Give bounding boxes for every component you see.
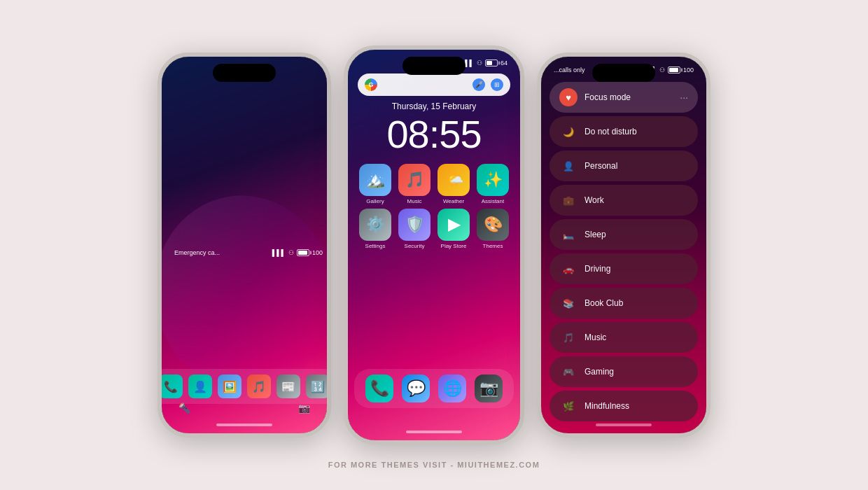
music-focus-icon: 🎵: [559, 328, 578, 346]
phone-lockscreen: Emergency ca... ▌▌▌ ⚇ 100 February 15 Th…: [158, 52, 331, 438]
focus-item-driving[interactable]: 🚗 Driving: [550, 253, 698, 284]
wifi-focus: ⚇: [659, 66, 665, 74]
battery-focus: [668, 66, 680, 74]
themes-icon: 🎨: [477, 209, 509, 241]
assistant-icon: ✨: [477, 164, 509, 196]
focus-item-mindfulness[interactable]: 🌿 Mindfulness: [550, 391, 698, 421]
phone-homescreen: ▌▌▌ ⚇ 64 G 🎤 ⊞ Thursday, 15 February 08:…: [344, 46, 524, 444]
security-icon: 🛡️: [398, 209, 430, 241]
home-date: Thursday, 15 February: [348, 102, 520, 111]
home-indicator-2: [406, 430, 462, 433]
emergency-text: Emergency ca...: [174, 249, 220, 256]
home-time: 08:55: [348, 111, 520, 157]
personal-label: Personal: [584, 161, 617, 171]
wifi-home: ⚇: [477, 59, 482, 66]
lockscreen-screen: Emergency ca... ▌▌▌ ⚇ 100 February 15 Th…: [162, 57, 327, 433]
gaming-label: Gaming: [584, 367, 614, 377]
weather-app-icon: 🌤️: [438, 164, 470, 196]
google-logo: G: [365, 78, 377, 91]
playstore-label: Play Store: [441, 243, 467, 249]
personal-icon: 👤: [559, 157, 578, 175]
sleep-label: Sleep: [584, 230, 606, 239]
app-themes[interactable]: 🎨 Themes: [475, 209, 510, 249]
focus-more-icon[interactable]: ···: [680, 92, 688, 103]
focus-heart-icon: ♥: [559, 88, 578, 106]
focus-item-work[interactable]: 💼 Work: [550, 185, 698, 216]
watermark: FOR MORE THEMES VISIT - MIUITHEMEZ.COM: [328, 461, 540, 469]
dynamic-island-3: [592, 64, 655, 82]
playstore-icon: ▶: [438, 209, 470, 241]
battery-indicator: [297, 249, 309, 256]
mic-icon[interactable]: 🎤: [472, 78, 485, 91]
app-assistant[interactable]: ✨ Assistant: [475, 164, 510, 204]
music-label: Music: [407, 198, 422, 204]
app-gallery[interactable]: 🏔️ Gallery: [358, 164, 393, 204]
calls-only-text: ...calls only: [554, 66, 585, 74]
focus-item-focus-mode[interactable]: ♥ Focus mode ···: [550, 82, 698, 113]
focus-item-music[interactable]: 🎵 Music: [550, 322, 698, 353]
dynamic-island: [213, 64, 276, 82]
settings-label: Settings: [365, 243, 386, 249]
battery-text: 100: [312, 249, 323, 256]
music-focus-label: Music: [584, 332, 606, 342]
focus-item-bookclub[interactable]: 📚 Book Club: [550, 288, 698, 318]
settings-icon: ⚙️: [359, 209, 391, 241]
status-bar: Emergency ca... ▌▌▌ ⚇ 100: [162, 57, 327, 433]
status-right: ▌▌▌ ⚇ 100: [272, 249, 323, 256]
work-icon: 💼: [559, 191, 578, 209]
bookclub-label: Book Club: [584, 298, 623, 308]
weather-label: Weather: [443, 198, 464, 204]
music-icon: 🎵: [398, 164, 430, 196]
bookclub-icon: 📚: [559, 294, 578, 312]
dock-phone-home[interactable]: 📞: [365, 374, 393, 402]
signal-icon: ▌▌▌: [272, 249, 286, 256]
lens-icon[interactable]: ⊞: [491, 78, 503, 91]
focus-mode-label: Focus mode: [584, 92, 631, 102]
battery-home: [485, 59, 498, 66]
focus-item-personal[interactable]: 👤 Personal: [550, 150, 698, 181]
battery-text-home: 64: [500, 59, 507, 66]
focus-item-sleep[interactable]: 🛏️ Sleep: [550, 219, 698, 250]
assistant-label: Assistant: [482, 198, 504, 204]
mindfulness-label: Mindfulness: [584, 401, 629, 411]
app-weather[interactable]: 🌤️ Weather: [436, 164, 471, 204]
app-playstore[interactable]: ▶ Play Store: [436, 209, 471, 249]
dynamic-island-2: [402, 57, 465, 75]
app-security[interactable]: 🛡️ Security: [397, 209, 432, 249]
phone-focus: ...calls only ▌▌▌ ⚇ 100 ♥ Focus mode ···…: [537, 52, 710, 438]
driving-label: Driving: [584, 264, 610, 274]
driving-icon: 🚗: [559, 260, 578, 278]
gallery-label: Gallery: [366, 198, 384, 204]
home-indicator-3: [596, 424, 652, 426]
gallery-icon: 🏔️: [359, 164, 391, 196]
security-label: Security: [405, 243, 425, 249]
search-bar[interactable]: G 🎤 ⊞: [358, 74, 510, 96]
focus-item-gaming[interactable]: 🎮 Gaming: [550, 356, 698, 387]
gaming-icon: 🎮: [559, 363, 578, 381]
wifi-icon: ⚇: [288, 249, 294, 256]
focus-screen: ...calls only ▌▌▌ ⚇ 100 ♥ Focus mode ···…: [541, 57, 706, 433]
app-grid-1: 🏔️ Gallery 🎵 Music 🌤️ Weather ✨ Assistan…: [348, 160, 520, 253]
work-label: Work: [584, 195, 604, 205]
focus-list: ♥ Focus mode ··· 🌙 Do not disturb 👤 Pers…: [541, 76, 706, 427]
themes-label: Themes: [483, 243, 503, 249]
dnd-icon: 🌙: [559, 122, 578, 141]
app-settings[interactable]: ⚙️ Settings: [358, 209, 393, 249]
sleep-icon: 🛏️: [559, 225, 578, 244]
dock-browser-home[interactable]: 🌐: [438, 374, 466, 402]
dock-camera-home[interactable]: 📷: [475, 374, 503, 402]
app-music[interactable]: 🎵 Music: [397, 164, 432, 204]
battery-text-focus: 100: [683, 66, 694, 74]
status-right-home: ▌▌▌ ⚇ 64: [461, 59, 507, 66]
dnd-label: Do not disturb: [584, 127, 637, 136]
dock-home: 📞 💬 🌐 📷: [354, 369, 514, 408]
mindfulness-icon: 🌿: [559, 397, 578, 415]
homescreen-screen: ▌▌▌ ⚇ 64 G 🎤 ⊞ Thursday, 15 February 08:…: [348, 50, 520, 440]
focus-item-dnd[interactable]: 🌙 Do not disturb: [550, 116, 698, 147]
dock-messages-home[interactable]: 💬: [402, 374, 430, 402]
